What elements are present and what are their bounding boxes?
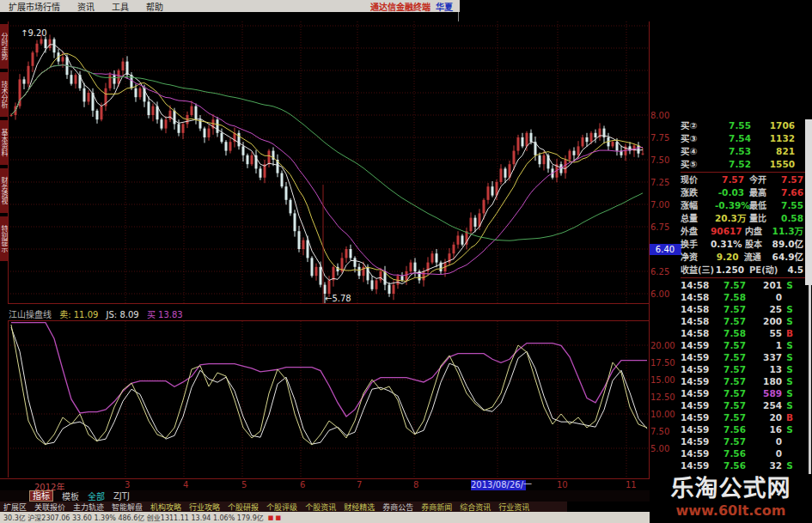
indicator-name[interactable]: 江山操盘线 bbox=[9, 310, 52, 319]
status-indicator-squares: ■ ■ bbox=[268, 514, 281, 521]
sub-indicator-chart[interactable] bbox=[8, 321, 650, 477]
bid-volume: 1132 bbox=[751, 132, 805, 145]
stat-label: 流通 bbox=[739, 251, 772, 264]
tick-price: 7.58 bbox=[711, 291, 746, 303]
tick-row: 14:587.5855B bbox=[681, 327, 805, 339]
candlestick-plot bbox=[9, 21, 650, 303]
tick-price: 7.57 bbox=[711, 279, 746, 291]
menu-tools[interactable]: 工具 bbox=[103, 0, 137, 13]
tick-flag: S bbox=[782, 375, 797, 387]
bid-list: 买②7.551706买③7.541132买④7.53821买⑤7.521550 bbox=[681, 119, 805, 171]
tick-price: 7.57 bbox=[711, 351, 746, 363]
bid-volume: 821 bbox=[751, 145, 805, 158]
tick-time: 14:59 bbox=[681, 423, 711, 435]
tick-time: 14:59 bbox=[681, 447, 711, 459]
date-month-label: 11 bbox=[626, 480, 637, 490]
menu-news[interactable]: 资讯 bbox=[69, 0, 103, 13]
stat-value: 4.5 bbox=[780, 264, 805, 277]
stat-row: 总量20.3万量比0.58 bbox=[681, 212, 805, 225]
tick-time: 14:58 bbox=[681, 291, 711, 303]
toolbar-item-3[interactable]: 主力轨迹 bbox=[73, 502, 104, 513]
toolbar-item-6[interactable]: 行业攻略 bbox=[189, 502, 220, 513]
stat-value: 1.250 bbox=[715, 264, 744, 277]
index-quotes-text: 30.3亿 沪深2307.06 33.60 1.39% 486.6亿 创业131… bbox=[3, 513, 264, 522]
tick-time: 14:58 bbox=[681, 315, 711, 327]
info-toolbar: 扩展区关联报价主力轨迹智能解盘机构攻略行业攻略个股研报个股评级个股资讯财经精选券… bbox=[0, 502, 567, 512]
panel-scrollbar[interactable] bbox=[805, 119, 812, 285]
quote-panel: 买②7.551706买③7.541132买④7.53821买⑤7.521550 … bbox=[681, 119, 805, 483]
stat-value: 7.66 bbox=[780, 186, 805, 199]
sidebar-tab-3[interactable]: 基本资料 bbox=[0, 120, 8, 165]
date-month-label: 3 bbox=[125, 480, 130, 490]
stat-label: 总量 bbox=[681, 212, 715, 225]
stat-value: -0.39% bbox=[715, 199, 744, 212]
tick-time: 14:59 bbox=[681, 435, 711, 447]
stat-label: 最低 bbox=[744, 199, 780, 212]
menu-extended-market[interactable]: 扩展市场行情 bbox=[0, 0, 69, 13]
toolbar-item-8[interactable]: 个股评级 bbox=[266, 502, 297, 513]
price-axis-label: 6.25 bbox=[650, 267, 681, 277]
tick-volume: 0 bbox=[746, 447, 782, 459]
sidebar-tab-5[interactable]: 特别提示 bbox=[0, 216, 8, 261]
tick-flag bbox=[782, 447, 797, 459]
main-chart-bottom-border bbox=[8, 303, 650, 304]
tick-row: 14:597.5713S bbox=[681, 363, 805, 375]
tick-volume: 20 bbox=[746, 411, 782, 423]
tick-row: 14:597.5616S bbox=[681, 423, 805, 435]
menu-help[interactable]: 帮助 bbox=[137, 0, 172, 13]
bottom-tab-4[interactable]: ZJTJ bbox=[113, 491, 130, 501]
indicator-axis-label: 7.50 bbox=[650, 427, 681, 436]
tick-volume: 0 bbox=[746, 291, 782, 303]
toolbar-item-7[interactable]: 个股研报 bbox=[228, 502, 259, 513]
tick-time: 14:59 bbox=[681, 399, 711, 411]
indicator-plot bbox=[9, 321, 650, 477]
tick-flag bbox=[782, 435, 797, 447]
toolbar-item-2[interactable]: 关联报价 bbox=[34, 502, 65, 513]
toolbar-item-10[interactable]: 财经精选 bbox=[344, 502, 375, 513]
tick-price: 7.57 bbox=[711, 339, 746, 351]
tick-row: 14:587.57201S bbox=[681, 279, 805, 291]
date-month-label: 5 bbox=[241, 480, 247, 490]
bid-volume: 1550 bbox=[751, 158, 805, 171]
tick-volume: 32 bbox=[746, 459, 782, 471]
tick-time: 14:59 bbox=[681, 459, 711, 471]
tick-volume: 180 bbox=[746, 375, 782, 387]
toolbar-item-11[interactable]: 券商公告 bbox=[382, 502, 413, 513]
stat-value: 20.3万 bbox=[715, 212, 744, 225]
stat-value: 7.55 bbox=[780, 199, 805, 212]
toolbar-item-13[interactable]: 综合资讯 bbox=[460, 502, 491, 513]
stat-label: 外盘 bbox=[681, 225, 711, 238]
price-axis-label: 7.00 bbox=[650, 200, 681, 210]
indicator-axis-label: 10.00 bbox=[650, 410, 681, 419]
sidebar-tab-2[interactable]: 技术分析 bbox=[0, 72, 8, 117]
tick-volume: 201 bbox=[746, 279, 782, 291]
stat-value: 90617 bbox=[711, 225, 740, 238]
indicator-axis-label: 12.50 bbox=[650, 392, 681, 402]
toolbar-item-14[interactable]: 行业资讯 bbox=[498, 502, 529, 513]
toolbar-item-5[interactable]: 机构攻略 bbox=[150, 502, 181, 513]
panel-divider bbox=[681, 277, 805, 278]
tick-flag: B bbox=[782, 411, 797, 423]
tick-trade-list[interactable]: 14:587.57201S14:587.58014:587.5725S14:58… bbox=[681, 279, 805, 483]
tick-volume: 13 bbox=[746, 363, 782, 375]
bottom-tab-1[interactable]: 指标 bbox=[29, 490, 53, 502]
toolbar-item-9[interactable]: 个股资讯 bbox=[305, 502, 336, 513]
indicator-axis-label: 20.00 bbox=[650, 341, 681, 350]
bid-price: 7.53 bbox=[720, 145, 751, 158]
menu-bar: 扩展市场行情 资讯 工具 帮助 通达信金融终端 华夏 bbox=[0, 0, 460, 12]
low-price-marker: ←5.78 bbox=[325, 294, 351, 303]
tick-row: 14:597.5720B bbox=[681, 411, 805, 423]
sidebar-tab-1[interactable]: 分时走势 bbox=[0, 24, 8, 69]
indicator-axis-label: 5.00 bbox=[650, 444, 681, 453]
tick-volume: 254 bbox=[746, 399, 782, 411]
tick-time: 14:59 bbox=[681, 411, 711, 423]
watermark-url: www.60lt.com bbox=[650, 503, 812, 519]
toolbar-item-1[interactable]: 扩展区 bbox=[3, 502, 27, 513]
toolbar-item-4[interactable]: 智能解盘 bbox=[112, 502, 143, 513]
sidebar-tab-4[interactable]: 财务透视 bbox=[0, 168, 8, 213]
main-candlestick-chart[interactable] bbox=[8, 21, 650, 303]
tick-flag: S bbox=[782, 363, 797, 375]
toolbar-item-12[interactable]: 券商新闻 bbox=[421, 502, 452, 513]
high-price-marker: ↑9.20 bbox=[21, 28, 47, 38]
bid-price: 7.55 bbox=[720, 119, 751, 132]
